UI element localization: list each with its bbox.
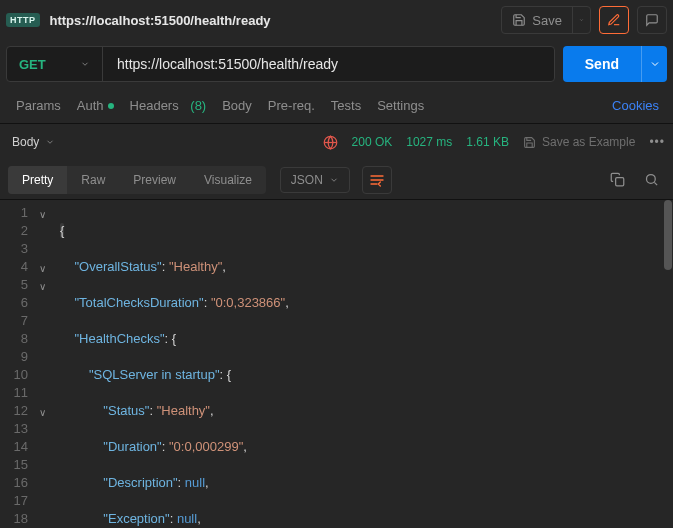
code-content: { "OverallStatus": "Healthy", "TotalChec… xyxy=(54,200,673,528)
tab-headers[interactable]: Headers (8) xyxy=(122,88,215,123)
auth-active-dot-icon xyxy=(108,103,114,109)
svg-rect-5 xyxy=(615,178,623,186)
request-tabs: Params Auth Headers (8) Body Pre-req. Te… xyxy=(0,88,673,124)
save-dropdown[interactable] xyxy=(572,6,590,34)
tab-title: https://localhost:51500/health/ready xyxy=(50,13,271,28)
response-section-label: Body xyxy=(12,135,39,149)
scrollbar[interactable] xyxy=(663,200,673,528)
view-pretty[interactable]: Pretty xyxy=(8,166,67,194)
tab-params[interactable]: Params xyxy=(8,88,69,123)
chevron-down-icon xyxy=(80,59,90,69)
save-icon xyxy=(523,136,536,149)
status-code: 200 OK xyxy=(352,135,393,149)
method-label: GET xyxy=(19,57,46,72)
send-dropdown[interactable] xyxy=(641,46,667,82)
response-section-select[interactable]: Body xyxy=(8,135,59,149)
http-badge: HTTP xyxy=(6,13,40,27)
chevron-down-icon xyxy=(45,137,55,147)
save-as-example-label: Save as Example xyxy=(542,135,635,149)
send-group: Send xyxy=(563,46,667,82)
comments-button[interactable] xyxy=(637,6,667,34)
url-input[interactable]: https://localhost:51500/health/ready xyxy=(103,47,554,81)
chevron-down-icon xyxy=(329,175,339,185)
chevron-down-icon xyxy=(649,58,661,70)
edit-button[interactable] xyxy=(599,6,629,34)
copy-button[interactable] xyxy=(603,166,631,194)
tab-settings[interactable]: Settings xyxy=(369,88,432,123)
response-time: 1027 ms xyxy=(406,135,452,149)
headers-count: (8) xyxy=(190,98,206,113)
save-button-label: Save xyxy=(532,13,562,28)
save-button[interactable]: Save xyxy=(501,6,591,34)
scrollbar-thumb[interactable] xyxy=(664,200,672,270)
save-as-example-button[interactable]: Save as Example xyxy=(523,135,635,149)
chevron-down-icon xyxy=(579,15,584,25)
top-tab-bar: HTTP https://localhost:51500/health/read… xyxy=(0,0,673,40)
tab-auth-label: Auth xyxy=(77,98,104,113)
comment-icon xyxy=(645,13,659,27)
request-url-row: GET https://localhost:51500/health/ready… xyxy=(0,40,673,88)
network-icon[interactable] xyxy=(323,135,338,150)
copy-icon xyxy=(610,172,625,187)
more-actions-button[interactable]: ••• xyxy=(649,135,665,149)
view-preview[interactable]: Preview xyxy=(119,166,190,194)
view-visualize[interactable]: Visualize xyxy=(190,166,266,194)
response-header: Body 200 OK 1027 ms 1.61 KB Save as Exam… xyxy=(0,124,673,160)
request-combo: GET https://localhost:51500/health/ready xyxy=(6,46,555,82)
svg-point-6 xyxy=(646,175,655,184)
view-raw[interactable]: Raw xyxy=(67,166,119,194)
response-size: 1.61 KB xyxy=(466,135,509,149)
view-mode-segment: Pretty Raw Preview Visualize xyxy=(8,166,266,194)
tab-prereq[interactable]: Pre-req. xyxy=(260,88,323,123)
cookies-link[interactable]: Cookies xyxy=(606,98,665,113)
search-button[interactable] xyxy=(637,166,665,194)
lang-label: JSON xyxy=(291,173,323,187)
save-icon xyxy=(512,13,526,27)
tab-auth[interactable]: Auth xyxy=(69,88,122,123)
wrap-icon xyxy=(369,173,385,187)
tab-tests[interactable]: Tests xyxy=(323,88,369,123)
send-button[interactable]: Send xyxy=(563,46,641,82)
tab-body[interactable]: Body xyxy=(214,88,260,123)
pencil-icon xyxy=(607,13,621,27)
svg-line-7 xyxy=(654,182,657,185)
search-icon xyxy=(644,172,659,187)
line-gutter: 1∨ 2 3 4∨ 5∨ 6 7 8 9 10 11 12∨ 13 14 15 … xyxy=(0,200,54,528)
tab-headers-label: Headers xyxy=(130,98,179,113)
view-toolbar: Pretty Raw Preview Visualize JSON xyxy=(0,160,673,200)
method-select[interactable]: GET xyxy=(7,47,103,81)
response-body-editor[interactable]: 1∨ 2 3 4∨ 5∨ 6 7 8 9 10 11 12∨ 13 14 15 … xyxy=(0,200,673,528)
lang-select[interactable]: JSON xyxy=(280,167,350,193)
line-wrap-button[interactable] xyxy=(362,166,392,194)
